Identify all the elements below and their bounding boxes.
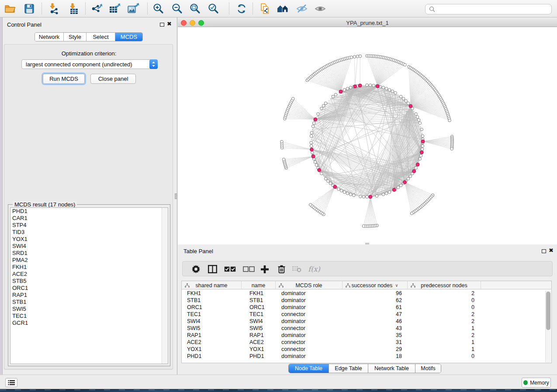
table-row[interactable]: STB1STB1dominator620 <box>182 297 551 304</box>
column-header-name[interactable]: name <box>242 281 276 289</box>
mcds-result-title: MCDS result (17 nodes) <box>13 201 77 208</box>
cell: 29 <box>343 346 408 353</box>
column-header-MCDS-role[interactable]: MCDS role <box>276 281 343 289</box>
refresh-icon[interactable] <box>234 2 249 15</box>
mcds-result-item[interactable]: CAR1 <box>10 215 168 222</box>
mcds-result-item[interactable]: STB5 <box>10 278 168 285</box>
deselect-all-icon[interactable] <box>242 261 256 277</box>
mcds-result-item[interactable]: STP4 <box>10 222 168 229</box>
delete-column-icon[interactable] <box>275 261 288 277</box>
cell: 35 <box>343 332 408 339</box>
column-header-predecessor-nodes[interactable]: predecessor nodes <box>408 281 481 289</box>
table-row[interactable]: ACE2ACE2connector311 <box>182 339 551 346</box>
import-table-icon[interactable] <box>66 2 81 15</box>
clone-network-icon[interactable] <box>258 2 273 15</box>
cell: 2 <box>408 332 481 339</box>
tab-node-table[interactable]: Node Table <box>289 364 329 373</box>
float-panel-icon[interactable] <box>160 23 164 27</box>
tab-select[interactable]: Select <box>86 33 115 41</box>
node-table-header: shared namenameMCDS rolesuccessor nodes∨… <box>182 281 551 289</box>
table-row[interactable]: TEC1TEC1connector472 <box>182 311 551 318</box>
mcds-result-group: MCDS result (17 nodes) PHD1CAR1STP4TID3Y… <box>8 204 170 366</box>
zoom-fit-icon[interactable] <box>188 2 203 15</box>
memory-button[interactable]: Memory <box>522 378 551 388</box>
tab-network-table[interactable]: Network Table <box>368 364 415 373</box>
cell: dominator <box>276 332 343 339</box>
hide-selected-icon[interactable] <box>294 2 309 15</box>
table-row[interactable]: SWI4SWI4dominator462 <box>182 318 551 325</box>
mcds-result-item[interactable]: YOX1 <box>10 236 168 243</box>
table-scrollbar-thumb[interactable] <box>546 292 550 330</box>
close-table-panel-icon[interactable]: ✖ <box>549 247 554 254</box>
mcds-result-item[interactable]: PHD1 <box>10 208 168 215</box>
cell: 47 <box>343 311 408 318</box>
tab-edge-table[interactable]: Edge Table <box>329 364 368 373</box>
table-row[interactable]: RAP1RAP1dominator352 <box>182 332 551 339</box>
mcds-list-scrollbar[interactable] <box>162 208 168 364</box>
table-row[interactable]: PHD1PHD1dominator180 <box>182 353 551 360</box>
zoom-in-icon[interactable] <box>151 2 166 15</box>
add-column-icon[interactable] <box>258 261 271 277</box>
close-panel-button[interactable]: Close panel <box>90 74 136 84</box>
panel-splitter-handle[interactable] <box>175 193 177 199</box>
criterion-dropdown[interactable]: largest connected component (undirected) <box>21 59 158 69</box>
cell: 0 <box>408 297 481 304</box>
table-row[interactable]: FKH1FKH1dominator962 <box>182 290 551 297</box>
cell: 46 <box>343 318 408 325</box>
export-image-icon[interactable] <box>126 2 141 15</box>
cell: 62 <box>343 297 408 304</box>
column-header-successor-nodes[interactable]: successor nodes∨ <box>343 281 408 289</box>
column-header-empty <box>481 281 551 289</box>
network-canvas[interactable] <box>178 28 557 244</box>
mcds-result-item[interactable]: PMA2 <box>10 257 168 264</box>
table-panel-tabs: Node TableEdge TableNetwork TableMotifs <box>288 364 441 373</box>
function-builder-icon[interactable]: f(x) <box>306 261 322 277</box>
zoom-out-icon[interactable] <box>170 2 185 15</box>
mcds-result-list: PHD1CAR1STP4TID3YOX1SWI4SRD1PMA2FKH1ACE2… <box>10 207 168 364</box>
first-neighbors-icon[interactable] <box>276 2 291 15</box>
table-row[interactable]: SWI5SWI5connector431 <box>182 325 551 332</box>
task-history-button[interactable] <box>5 378 17 387</box>
save-session-icon[interactable] <box>22 2 37 15</box>
network-window-titlebar[interactable]: YPA_prune.txt_1 <box>178 18 557 27</box>
column-header-shared-name[interactable]: shared name <box>182 281 242 289</box>
table-row[interactable]: YOX1YOX1connector291 <box>182 346 551 353</box>
export-table-icon[interactable] <box>107 2 122 15</box>
mcds-result-item[interactable]: FKH1 <box>10 264 168 271</box>
tab-style[interactable]: Style <box>64 33 86 41</box>
mcds-result-item[interactable]: ACE2 <box>10 271 168 278</box>
open-file-icon[interactable] <box>3 2 17 15</box>
table-settings-icon[interactable] <box>189 261 202 277</box>
zoom-selected-icon[interactable] <box>206 2 221 15</box>
float-table-panel-icon[interactable] <box>542 249 546 253</box>
search-input[interactable] <box>425 4 552 14</box>
select-all-icon[interactable] <box>223 261 237 277</box>
mcds-result-item[interactable]: TID3 <box>10 229 168 236</box>
cell: SWI5 <box>182 325 242 332</box>
mcds-result-item[interactable]: STB1 <box>10 299 168 306</box>
cell: dominator <box>276 353 343 360</box>
mcds-result-item[interactable]: SRD1 <box>10 250 168 257</box>
mcds-result-item[interactable]: GCR1 <box>10 320 168 327</box>
cell: dominator <box>276 297 343 304</box>
show-column-icon[interactable] <box>206 261 219 277</box>
show-all-icon[interactable] <box>313 2 328 15</box>
cell: STB1 <box>182 297 242 304</box>
close-panel-icon[interactable]: ✖ <box>167 21 172 27</box>
run-mcds-button[interactable]: Run MCDS <box>43 74 85 84</box>
delete-table-icon[interactable] <box>290 261 303 277</box>
tab-motifs[interactable]: Motifs <box>415 364 441 373</box>
mcds-result-item[interactable]: SWI4 <box>10 243 168 250</box>
tab-mcds[interactable]: MCDS <box>115 33 142 41</box>
mcds-result-item[interactable]: RAP1 <box>10 292 168 299</box>
mcds-result-item[interactable]: ORC1 <box>10 285 168 292</box>
table-scrollbar[interactable] <box>545 291 551 362</box>
network-window-title: YPA_prune.txt_1 <box>178 20 557 26</box>
mcds-result-item[interactable]: SWI5 <box>10 306 168 313</box>
export-network-icon[interactable] <box>89 2 104 15</box>
mcds-result-item[interactable]: TEC1 <box>10 313 168 320</box>
cell: RAP1 <box>182 332 242 339</box>
tab-network[interactable]: Network <box>35 33 64 41</box>
table-row[interactable]: ORC1ORC1dominator610 <box>182 304 551 311</box>
import-network-icon[interactable] <box>46 2 61 15</box>
